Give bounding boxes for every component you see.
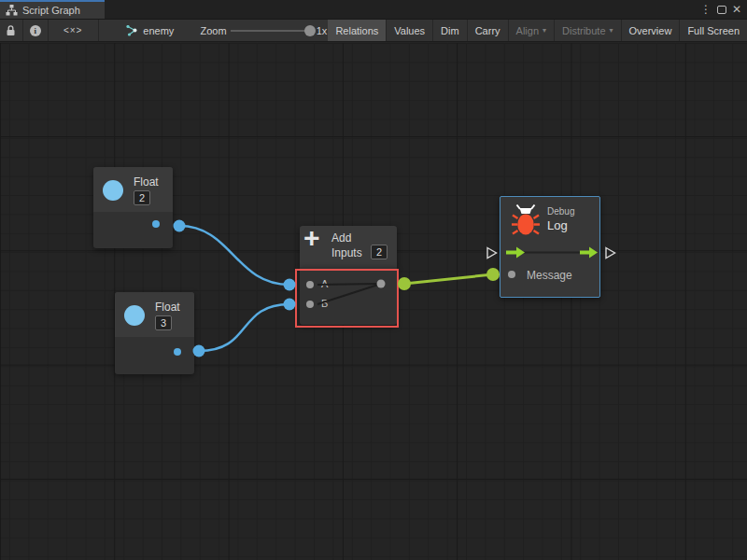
wire-endpoint[interactable] — [486, 268, 500, 281]
dim-button[interactable]: Dim — [433, 20, 468, 41]
bug-icon — [512, 203, 540, 237]
fullscreen-button[interactable]: Full Screen — [680, 20, 747, 41]
dim-label: Dim — [441, 25, 459, 36]
node-title: Float — [155, 301, 180, 314]
align-label: Align — [516, 25, 539, 36]
debug-message-port[interactable] — [508, 271, 515, 278]
graph-toolbar: i <×> enemy Zoom 1x Relations Values Dim… — [0, 19, 747, 42]
message-port-label: Message — [527, 269, 572, 282]
port-label-b: B — [321, 298, 328, 309]
graph-canvas[interactable]: Float 2 Float 3 + Add Inputs 2 A B — [0, 43, 747, 560]
zoom-slider[interactable] — [231, 30, 313, 32]
maximize-icon[interactable] — [717, 6, 726, 14]
toolbar-gap — [99, 20, 127, 41]
node-title: Float — [134, 175, 159, 189]
graph-hierarchy-icon — [6, 5, 18, 16]
chevron-down-icon: ▾ — [543, 26, 546, 35]
info-button[interactable]: i — [23, 20, 49, 41]
node-add-header[interactable]: + Add Inputs 2 — [300, 226, 397, 267]
zoom-control: Zoom 1x — [199, 20, 328, 41]
graph-asset-icon — [126, 25, 138, 36]
carry-button[interactable]: Carry — [468, 20, 509, 41]
wire-endpoint[interactable] — [398, 277, 411, 290]
values-label: Values — [394, 25, 425, 36]
node-title: Add — [331, 231, 351, 245]
info-icon: i — [30, 25, 41, 36]
lock-icon — [6, 25, 16, 36]
code-icon: <×> — [63, 25, 83, 35]
zoom-slider-knob[interactable] — [304, 25, 316, 36]
window-controls: ⋮ ✕ — [700, 0, 747, 19]
wire-float1-to-add-a[interactable] — [179, 226, 289, 285]
carry-label: Carry — [475, 25, 500, 36]
node-float-2[interactable]: Float 3 — [115, 292, 194, 374]
tab-label: Script Graph — [22, 5, 80, 16]
flow-input-port[interactable] — [487, 248, 497, 259]
float-value-field[interactable]: 2 — [134, 190, 150, 205]
chevron-down-icon: ▾ — [610, 26, 613, 35]
node-debug-log[interactable]: Debug Log Message — [500, 196, 600, 298]
relations-button[interactable]: Relations — [328, 20, 387, 41]
wire-endpoint[interactable] — [284, 299, 296, 311]
add-input-b-port[interactable] — [306, 301, 314, 308]
port-label-a: A — [321, 278, 328, 289]
wire-endpoint[interactable] — [174, 220, 186, 232]
zoom-value: 1x — [317, 25, 328, 36]
graph-ref-label: enemy — [143, 25, 174, 36]
float-type-icon — [124, 305, 145, 326]
node-float-1[interactable]: Float 2 — [93, 167, 173, 248]
node-add-body[interactable]: A B — [300, 267, 397, 325]
inputs-count-field[interactable]: 2 — [371, 245, 388, 259]
node-title: Log — [547, 218, 568, 232]
float-type-icon — [103, 180, 123, 201]
fullscreen-label: Full Screen — [687, 25, 740, 36]
close-icon[interactable]: ✕ — [732, 4, 741, 15]
zoom-label: Zoom — [201, 25, 227, 36]
tab-script-graph[interactable]: Script Graph — [0, 0, 105, 19]
plus-icon: + — [303, 222, 320, 254]
code-view-button[interactable]: <×> — [49, 20, 99, 41]
menu-icon[interactable]: ⋮ — [700, 4, 712, 15]
tab-bar: Script Graph ⋮ ✕ — [0, 0, 747, 19]
float-value-field[interactable]: 3 — [155, 315, 172, 330]
add-input-a-port[interactable] — [306, 281, 314, 288]
wire-float2-to-add-b[interactable] — [199, 304, 289, 351]
wire-add-to-debug-message[interactable] — [404, 274, 493, 284]
wire-endpoint[interactable] — [193, 345, 205, 357]
float2-output-port[interactable] — [174, 348, 181, 356]
relations-label: Relations — [335, 25, 378, 36]
distribute-label: Distribute — [562, 25, 605, 36]
overview-label: Overview — [629, 25, 672, 36]
add-output-port[interactable] — [377, 280, 386, 288]
lock-button[interactable] — [0, 20, 23, 41]
align-button[interactable]: Align ▾ — [509, 20, 555, 41]
script-graph-window: Script Graph ⋮ ✕ i <×> — [0, 0, 747, 560]
values-button[interactable]: Values — [387, 20, 433, 41]
distribute-button[interactable]: Distribute ▾ — [555, 20, 621, 41]
graph-reference[interactable]: enemy — [126, 20, 199, 41]
node-category: Debug — [547, 206, 574, 217]
float1-output-port[interactable] — [152, 220, 160, 228]
overview-button[interactable]: Overview — [622, 20, 681, 41]
node-subtitle: Inputs — [331, 246, 362, 259]
flow-output-port[interactable] — [606, 248, 615, 259]
wire-endpoint[interactable] — [284, 279, 296, 291]
